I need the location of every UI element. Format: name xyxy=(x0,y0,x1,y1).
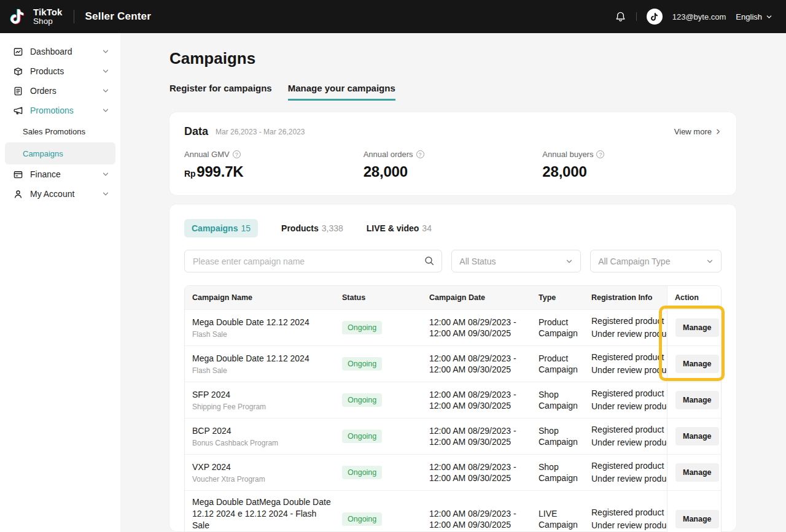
campaign-type: Shop Campaign xyxy=(531,461,584,484)
column-header-action: Action xyxy=(667,286,721,309)
chevron-down-icon xyxy=(566,258,573,265)
sidebar-item-orders[interactable]: Orders xyxy=(0,81,120,101)
status-badge: Ongoing xyxy=(342,357,382,371)
tab-campaigns[interactable]: Campaigns 15 xyxy=(184,219,258,237)
sidebar-item-sales-promotions[interactable]: Sales Promotions xyxy=(5,120,115,142)
sidebar-item-products[interactable]: Products xyxy=(0,61,120,81)
language-label: English xyxy=(736,12,762,21)
megaphone-icon xyxy=(12,105,23,116)
campaign-name: SFP 2024 xyxy=(192,389,335,401)
sidebar-item-label: Finance xyxy=(30,169,102,179)
manage-button[interactable]: Manage xyxy=(675,427,719,445)
search-icon[interactable] xyxy=(424,255,435,266)
sidebar-item-label: My Account xyxy=(30,189,102,199)
tab-count: 34 xyxy=(422,223,432,233)
tab-label: Products xyxy=(281,223,319,233)
metric-annual-gmv: Annual GMV ? Rp999.7K xyxy=(184,150,364,180)
chevron-down-icon xyxy=(102,48,109,55)
campaign-type: Product Campaign xyxy=(531,353,584,376)
metric-label: Annual GMV xyxy=(184,150,230,159)
sidebar-item-finance[interactable]: Finance xyxy=(0,164,120,184)
help-icon[interactable]: ? xyxy=(596,150,604,158)
metric-annual-orders: Annual orders ? 28,000 xyxy=(364,150,543,180)
sidebar-item-promotions[interactable]: Promotions xyxy=(0,101,120,120)
products-icon xyxy=(12,66,23,77)
chevron-down-icon xyxy=(766,13,772,20)
top-header: TikTok Shop Seller Center 123@byte.com E… xyxy=(0,0,786,33)
table-row: VXP 2024 Voucher Xtra Program Ongoing 12… xyxy=(185,454,721,490)
orders-icon xyxy=(12,85,23,96)
column-header: Campaign Date xyxy=(422,293,531,302)
tab-register-for-campaigns[interactable]: Register for campaigns xyxy=(169,83,272,101)
sub-item-label: Campaigns xyxy=(23,149,63,158)
sidebar-item-label: Promotions xyxy=(30,106,102,115)
sidebar-item-label: Orders xyxy=(30,86,102,96)
registration-info: Registered product：100 Under review prod… xyxy=(584,506,667,532)
campaign-name: Mega Double Date 12.12 2024 xyxy=(192,353,335,364)
metric-label: Annual orders xyxy=(364,150,413,159)
chevron-down-icon xyxy=(102,87,109,94)
registration-info: Registered product：100 Under review prod… xyxy=(584,387,667,413)
campaign-type-filter-value: All Campaign Type xyxy=(598,256,670,266)
campaign-date: 12:00 AM 08/29/2023 - 12:00 AM 09/30/202… xyxy=(422,461,531,484)
tiktok-avatar-icon xyxy=(650,12,659,21)
chevron-down-icon xyxy=(102,67,109,75)
manage-button[interactable]: Manage xyxy=(675,355,719,373)
table-row: Mega Double DatMega Double Date 12.12 20… xyxy=(185,490,721,532)
logo-wordmark: TikTok Shop xyxy=(33,7,63,25)
status-filter-select[interactable]: All Status xyxy=(451,250,581,272)
user-icon xyxy=(12,188,23,199)
sidebar-item-dashboard[interactable]: Dashboard xyxy=(0,42,120,61)
column-header: Type xyxy=(531,293,584,302)
dashboard-icon xyxy=(12,46,23,57)
view-more-label: View more xyxy=(674,127,712,136)
manage-button[interactable]: Manage xyxy=(675,510,719,528)
manage-button[interactable]: Manage xyxy=(675,318,719,337)
campaign-date: 12:00 AM 08/29/2023 - 12:00 AM 09/30/202… xyxy=(422,425,531,448)
chevron-right-icon xyxy=(715,128,722,135)
tab-live-video[interactable]: LIVE & video 34 xyxy=(367,219,432,237)
sidebar-item-campaigns[interactable]: Campaigns xyxy=(5,142,115,164)
metrics-row: Annual GMV ? Rp999.7K Annual orders ? 28… xyxy=(184,150,722,180)
campaign-type: Shop Campaign xyxy=(531,425,584,448)
campaign-type: Product Campaign xyxy=(531,317,584,339)
campaign-date: 12:00 AM 08/29/2023 - 12:00 AM 09/30/202… xyxy=(422,389,531,412)
view-more-link[interactable]: View more xyxy=(674,127,722,136)
date-range: Mar 26,2023 - Mar 26,2023 xyxy=(216,128,305,136)
user-avatar[interactable] xyxy=(647,9,663,25)
sidebar: Dashboard Products Orders Promotions Sal… xyxy=(0,33,120,532)
notifications-button[interactable] xyxy=(615,11,626,23)
table-row: BCP 2024 Bonus Cashback Program Ongoing … xyxy=(185,418,721,454)
registration-info: Registered product：100 Under review prod… xyxy=(584,315,667,341)
language-selector[interactable]: English xyxy=(736,12,772,21)
sidebar-item-label: Dashboard xyxy=(30,47,102,56)
manage-button[interactable]: Manage xyxy=(675,463,719,482)
page-tabs: Register for campaigns Manage your campa… xyxy=(169,83,736,101)
status-filter-value: All Status xyxy=(459,256,496,266)
registration-info: Registered product：100 Under review prod… xyxy=(584,351,667,377)
tab-count: 15 xyxy=(241,223,251,233)
sidebar-item-my-account[interactable]: My Account xyxy=(0,184,120,204)
chevron-down-icon xyxy=(102,171,109,178)
campaign-name: BCP 2024 xyxy=(192,425,335,437)
status-badge: Ongoing xyxy=(342,512,382,526)
page-title: Campaigns xyxy=(169,49,736,68)
search-input[interactable] xyxy=(184,250,442,272)
app-title: Seller Center xyxy=(85,10,151,23)
table-row: Mega Double Date 12.12 2024 Flash Sale O… xyxy=(185,345,721,382)
tab-label: LIVE & video xyxy=(367,223,419,233)
manage-button[interactable]: Manage xyxy=(675,391,719,409)
table-row: Mega Double Date 12.12 2024 Flash Sale O… xyxy=(185,309,721,345)
campaign-subtitle: Flash Sale xyxy=(192,330,335,339)
table-row: SFP 2024 Shipping Fee Program Ongoing 12… xyxy=(185,382,721,418)
metric-label: Annual buyers xyxy=(542,150,593,159)
tab-manage-your-campaigns[interactable]: Manage your campaigns xyxy=(288,83,395,101)
help-icon[interactable]: ? xyxy=(233,150,241,158)
campaign-subtitle: Voucher Xtra Program xyxy=(192,475,335,484)
campaign-type: Shop Campaign xyxy=(531,389,584,412)
tab-products[interactable]: Products 3,338 xyxy=(281,219,343,237)
campaign-type-filter-select[interactable]: All Campaign Type xyxy=(590,250,722,272)
help-icon[interactable]: ? xyxy=(416,150,424,158)
tiktok-logo-icon xyxy=(9,8,26,25)
campaign-type: LIVE Campaign xyxy=(531,508,584,531)
